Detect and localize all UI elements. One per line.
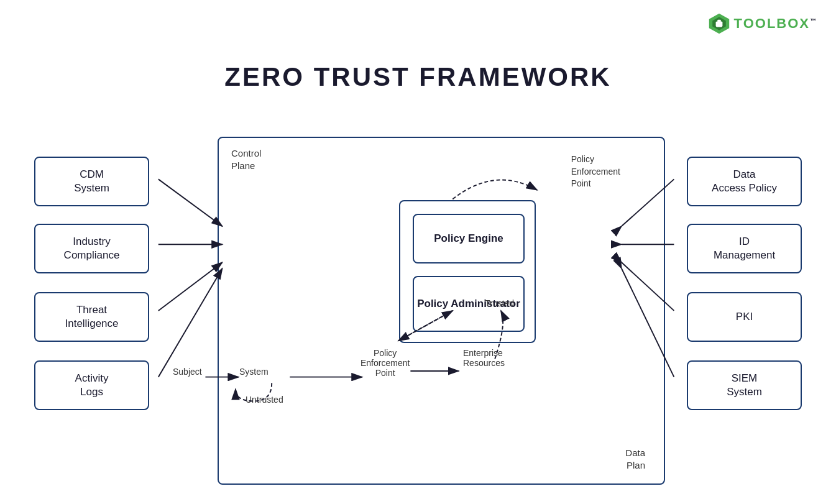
- industry-compliance-box: IndustryCompliance: [34, 224, 149, 273]
- pep-top-label: PolicyEnforcementPoint: [571, 153, 620, 190]
- trusted-label: Trusted: [485, 298, 514, 308]
- cdm-system-box: CDMSystem: [34, 157, 149, 206]
- data-plan-label: DataPlan: [625, 447, 645, 471]
- data-access-policy-box: DataAccess Policy: [687, 157, 802, 206]
- logo: TOOLBOX™: [708, 12, 817, 35]
- toolbox-icon: [708, 12, 730, 35]
- pep-bottom-label: PolicyEnforcementPoint: [361, 348, 410, 378]
- svg-rect-3: [717, 20, 720, 23]
- svg-line-11: [158, 268, 223, 377]
- control-plane-box: ControlPlane DataPlan Policy Engine Poli…: [218, 137, 665, 485]
- threat-intelligence-box: ThreatIntelligence: [34, 292, 149, 342]
- untrusted-label: Untrusted: [246, 395, 283, 405]
- subject-label: Subject: [173, 367, 202, 377]
- policy-engine-box: Policy Engine: [413, 214, 525, 263]
- pdp-box: Policy Engine Policy Administrator: [399, 200, 536, 343]
- logo-text: TOOLBOX™: [734, 16, 817, 32]
- pki-box: PKI: [687, 292, 802, 342]
- control-plane-label: ControlPlane: [231, 147, 261, 172]
- diagram-area: ControlPlane DataPlan Policy Engine Poli…: [0, 106, 836, 492]
- enterprise-resources-label: EnterpriseResources: [463, 348, 505, 368]
- page-title: ZERO TRUST FRAMEWORK: [224, 62, 611, 92]
- siem-system-box: SIEMSystem: [687, 360, 802, 410]
- svg-line-8: [158, 179, 223, 226]
- id-management-box: IDManagement: [687, 224, 802, 273]
- system-label: System: [239, 367, 269, 377]
- activity-logs-box: ActivityLogs: [34, 360, 149, 410]
- svg-line-10: [158, 262, 223, 311]
